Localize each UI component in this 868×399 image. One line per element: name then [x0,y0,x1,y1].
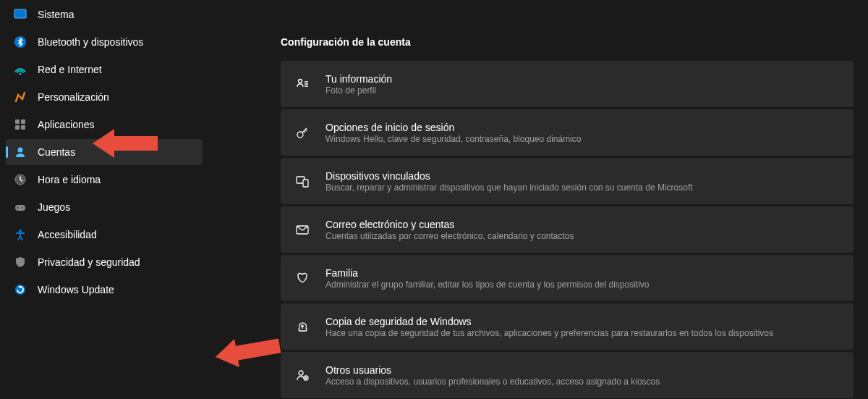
sidebar-item-label: Cuentas [38,146,75,158]
svg-rect-0 [14,9,26,18]
mail-icon [294,221,311,238]
sidebar-item-privacy[interactable]: Privacidad y seguridad [6,249,203,275]
svg-point-16 [297,132,303,138]
svg-rect-6 [15,125,20,130]
svg-point-12 [22,207,23,209]
settings-desc: Windows Hello, clave de seguridad, contr… [326,134,841,144]
update-icon [13,282,27,297]
settings-text: Otros usuarios Acceso a dispositivos, us… [326,364,841,387]
settings-label: Dispositivos vinculados [326,170,841,182]
sidebar-item-network[interactable]: Red e Internet [6,56,203,83]
settings-text: Dispositivos vinculados Buscar, reparar … [326,170,841,193]
sidebar-item-label: Aplicaciones [38,119,95,130]
sidebar-item-label: Privacidad y seguridad [38,256,140,268]
svg-point-3 [20,73,22,75]
svg-rect-10 [15,205,25,211]
settings-label: Familia [326,267,841,279]
sidebar-item-bluetooth[interactable]: Bluetooth y dispositivos [6,29,203,55]
settings-desc: Acceso a dispositivos, usuarios profesio… [326,377,841,387]
section-title: Configuración de la cuenta [281,36,854,48]
apps-icon [13,117,27,132]
sidebar-item-update[interactable]: Windows Update [6,277,203,303]
sidebar-item-accounts[interactable]: Cuentas [6,139,203,165]
key-icon [294,124,311,141]
sidebar-item-system[interactable]: Sistema [6,1,203,28]
sidebar-item-time[interactable]: Hora e idioma [6,167,203,193]
settings-text: Copia de seguridad de Windows Hace una c… [326,316,841,338]
settings-item-family[interactable]: Familia Administrar el grupo familiar, e… [281,255,854,301]
settings-item-backup[interactable]: Copia de seguridad de Windows Hace una c… [281,303,854,350]
info-icon [294,75,311,93]
settings-text: Correo electrónico y cuentas Cuentas uti… [326,219,841,241]
gaming-icon [13,200,27,214]
settings-desc: Administrar el grupo familiar, editar lo… [326,280,841,290]
settings-label: Correo electrónico y cuentas [326,219,841,230]
settings-label: Tu información [326,73,841,85]
users-icon [294,366,311,384]
sidebar-item-label: Juegos [38,201,70,213]
backup-icon [294,318,311,335]
settings-label: Otros usuarios [326,364,841,376]
sidebar-item-apps[interactable]: Aplicaciones [6,112,203,138]
bluetooth-icon [13,35,27,49]
accounts-icon [13,145,27,159]
svg-rect-7 [21,125,25,130]
svg-point-15 [299,80,302,83]
sidebar-item-label: Personalización [38,91,109,103]
svg-point-11 [17,207,19,209]
personalization-icon [13,90,27,104]
settings-desc: Buscar, reparar y administrar dispositiv… [326,182,841,193]
settings-text: Familia Administrar el grupo familiar, e… [326,267,841,290]
sidebar-item-label: Accesibilidad [38,229,97,240]
settings-item-signin[interactable]: Opciones de inicio de sesión Windows Hel… [281,109,854,156]
system-icon [13,7,27,22]
main-content: Configuración de la cuenta Tu informació… [208,0,868,399]
svg-point-13 [19,230,22,232]
settings-item-devices[interactable]: Dispositivos vinculados Buscar, reparar … [281,158,854,204]
settings-desc: Hace una copia de seguridad de tus archi… [326,328,841,338]
svg-rect-18 [303,180,308,187]
settings-desc: Foto de perfil [326,85,841,96]
sidebar-item-label: Red e Internet [38,64,102,75]
settings-label: Copia de seguridad de Windows [326,316,841,327]
svg-point-20 [299,371,303,375]
sidebar-item-gaming[interactable]: Juegos [6,194,203,220]
settings-item-email[interactable]: Correo electrónico y cuentas Cuentas uti… [281,206,854,253]
settings-label: Opciones de inicio de sesión [326,122,841,133]
svg-rect-4 [15,119,20,124]
family-icon [294,269,311,287]
sidebar-item-label: Hora e idioma [38,174,101,185]
sidebar-item-accessibility[interactable]: Accesibilidad [6,222,203,248]
sidebar-item-label: Windows Update [38,284,114,295]
sidebar-item-personalization[interactable]: Personalización [6,84,203,110]
settings-desc: Cuentas utilizadas por correo electrónic… [326,231,841,241]
time-icon [13,172,27,187]
sidebar-item-label: Bluetooth y dispositivos [38,36,143,48]
sidebar: Sistema Bluetooth y dispositivos Red e I… [0,0,208,399]
devices-icon [294,172,311,190]
settings-text: Tu información Foto de perfil [326,73,841,96]
settings-text: Opciones de inicio de sesión Windows Hel… [326,122,841,144]
svg-rect-5 [21,119,25,124]
accessibility-icon [13,227,27,242]
sidebar-item-label: Sistema [38,9,75,20]
privacy-icon [13,255,27,269]
network-icon [13,62,27,77]
svg-point-8 [18,148,23,153]
settings-item-other-users[interactable]: Otros usuarios Acceso a dispositivos, us… [281,352,854,398]
settings-item-info[interactable]: Tu información Foto de perfil [281,61,854,107]
